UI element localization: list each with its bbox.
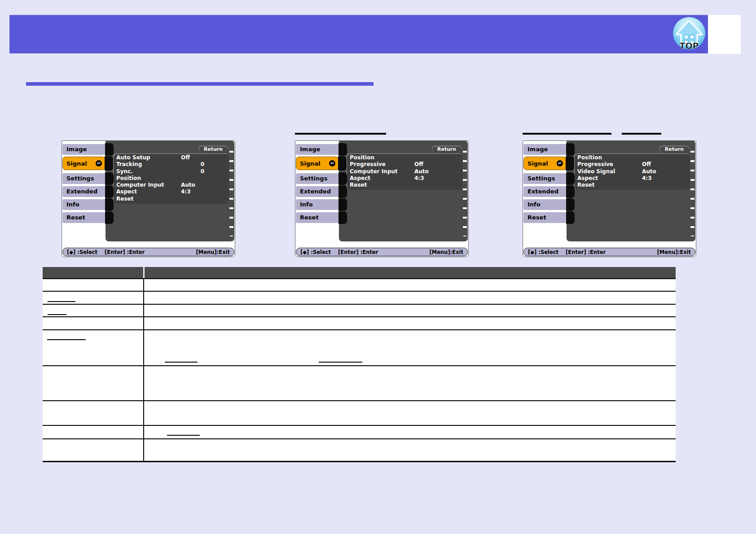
- menu-item[interactable]: Aspect 4:3: [574, 175, 690, 182]
- menu-item-label: Reset: [577, 182, 594, 188]
- menu-item[interactable]: Tracking 0: [113, 161, 229, 168]
- tab-notch: [338, 143, 347, 156]
- scroll-edge-decoration: [229, 143, 233, 236]
- menu-item[interactable]: Progressive Off: [574, 161, 690, 168]
- menu-item-label: Video Signal: [577, 168, 615, 175]
- reference-table: [43, 267, 676, 462]
- statusbar-exit-hint: [Menu]:Exit: [430, 249, 463, 255]
- tab-label: Info: [527, 201, 541, 208]
- sidebar-tab-image[interactable]: Image: [523, 144, 567, 155]
- sidebar-tab-settings[interactable]: Settings: [296, 173, 339, 184]
- sidebar-tab-extended[interactable]: Extended: [523, 186, 567, 197]
- table-column-divider: [143, 278, 144, 462]
- link-underline[interactable]: [523, 133, 611, 135]
- page-background: { "header": { "top_label": "TOP" }, "col…: [0, 0, 756, 534]
- return-button[interactable]: Return: [432, 146, 462, 153]
- sidebar-tab-info[interactable]: Info: [523, 199, 567, 210]
- menu-item[interactable]: Video Signal Auto: [574, 168, 690, 175]
- tab-label: Settings: [300, 175, 327, 182]
- link-underline[interactable]: [165, 362, 198, 363]
- menu-item-value: 4:3: [414, 175, 438, 182]
- table-row-line: [43, 400, 676, 401]
- menu-item-label: Reset: [116, 196, 133, 202]
- menu-item[interactable]: Position: [574, 154, 690, 161]
- tab-label: Reset: [300, 214, 319, 221]
- menu-item-label: Position: [116, 175, 141, 182]
- table-row-line: [43, 365, 676, 366]
- menu-item-label: Computer Input: [116, 182, 164, 188]
- sidebar-tab-settings[interactable]: Settings: [523, 173, 567, 184]
- sidebar-tab-reset[interactable]: Reset: [62, 212, 105, 223]
- enter-icon: ↵: [329, 160, 335, 166]
- menu-item-value: Auto: [181, 182, 204, 188]
- sidebar-tab-image[interactable]: Image: [296, 144, 339, 155]
- link-underline[interactable]: [295, 133, 386, 135]
- table-bottom-line: [43, 461, 676, 462]
- link-underline[interactable]: [622, 133, 661, 135]
- sidebar-tab-info[interactable]: Info: [296, 199, 339, 210]
- sidebar-tab-signal[interactable]: Signal ↵: [62, 157, 105, 170]
- sidebar-tab-image[interactable]: Image: [62, 144, 105, 155]
- link-underline[interactable]: [167, 435, 200, 436]
- menu-item[interactable]: Progressive Off: [347, 161, 462, 168]
- tab-label: Signal: [527, 160, 548, 167]
- tab-notch: [338, 211, 347, 224]
- statusbar: [◆] :Select [Enter] :Enter [Menu]:Exit: [523, 248, 695, 256]
- tab-notch: [105, 172, 114, 185]
- tab-label: Extended: [300, 188, 331, 195]
- tab-notch: [105, 156, 113, 171]
- sidebar-tab-reset[interactable]: Reset: [523, 212, 567, 223]
- sidebar-tab-settings[interactable]: Settings: [62, 173, 105, 184]
- menu-item[interactable]: Sync. 0: [113, 168, 229, 175]
- menu-item[interactable]: Position: [347, 154, 462, 161]
- link-underline[interactable]: [48, 314, 66, 315]
- menu-item[interactable]: Auto Setup Off: [113, 154, 229, 161]
- menu-item[interactable]: Computer Input Auto: [347, 168, 462, 175]
- return-button[interactable]: Return: [198, 146, 228, 153]
- menu-item[interactable]: Aspect 4:3: [113, 188, 229, 195]
- tab-notch: [338, 156, 347, 171]
- sidebar-tab-extended[interactable]: Extended: [296, 186, 339, 197]
- tab-notch: [105, 211, 114, 224]
- menu-item-label: Reset: [350, 182, 367, 188]
- tab-label: Settings: [66, 175, 94, 182]
- top-button[interactable]: TOP: [672, 17, 706, 51]
- tab-label: Image: [300, 146, 320, 153]
- menu-item[interactable]: Reset: [113, 196, 229, 202]
- link-underline[interactable]: [47, 339, 86, 340]
- sidebar-tab-signal[interactable]: Signal ↵: [523, 157, 567, 170]
- menu-item[interactable]: Position: [113, 175, 229, 182]
- return-button[interactable]: Return: [659, 146, 689, 153]
- sidebar-tab-reset[interactable]: Reset: [296, 212, 339, 223]
- table-header-divider: [143, 267, 145, 278]
- statusbar-select-hint: [◆] :Select: [528, 249, 558, 255]
- tab-label: Info: [66, 201, 79, 208]
- tab-label: Extended: [66, 188, 97, 195]
- tab-label: Reset: [527, 214, 546, 221]
- menu-item[interactable]: Computer Input Auto: [113, 182, 229, 188]
- menu-item-value: 0: [181, 161, 204, 168]
- statusbar-enter-hint: [Enter] :Enter: [566, 249, 606, 255]
- tab-notch: [105, 185, 114, 198]
- tab-notch: [566, 143, 575, 156]
- statusbar: [◆] :Select [Enter] :Enter [Menu]:Exit: [296, 248, 468, 256]
- tab-label: Signal: [300, 160, 321, 167]
- menu-panel: Return Position Progressive Off Video Si…: [567, 140, 695, 241]
- statusbar: [◆] :Select [Enter] :Enter [Menu]:Exit: [62, 248, 234, 256]
- menu-item[interactable]: Reset: [574, 182, 690, 188]
- menu-item-label: Position: [577, 154, 602, 161]
- statusbar-select-hint: [◆] :Select: [67, 249, 97, 255]
- tab-notch: [338, 172, 347, 185]
- menu-item-list: Auto Setup Off Tracking 0 Sync. 0 Positi…: [113, 153, 229, 204]
- link-underline[interactable]: [319, 362, 362, 363]
- sidebar-tab-extended[interactable]: Extended: [62, 186, 105, 197]
- table-row-line: [43, 278, 676, 279]
- menu-item[interactable]: Reset: [347, 182, 462, 188]
- scroll-edge-decoration: [463, 143, 467, 236]
- link-underline[interactable]: [48, 301, 75, 302]
- menu-item[interactable]: Aspect 4:3: [347, 175, 462, 182]
- tab-notch: [566, 172, 575, 185]
- sidebar-tab-signal[interactable]: Signal ↵: [296, 157, 339, 170]
- home-icon: TOP: [672, 17, 706, 51]
- sidebar-tab-info[interactable]: Info: [62, 199, 105, 210]
